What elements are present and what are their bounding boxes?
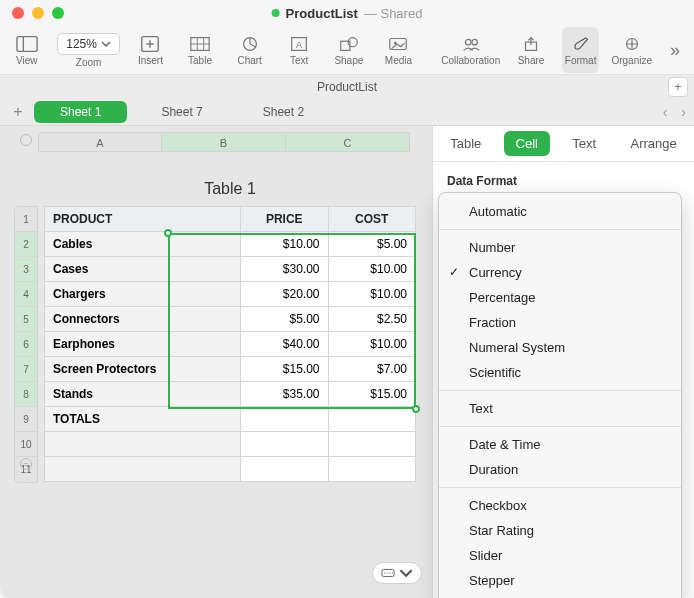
cell-cost[interactable]: $10.00: [328, 282, 415, 307]
col-header-c[interactable]: C: [286, 132, 410, 152]
row-header-6[interactable]: 6: [15, 332, 37, 357]
cell-empty[interactable]: [241, 407, 328, 432]
cell-empty[interactable]: [241, 457, 328, 482]
tab-arrange[interactable]: Arrange: [619, 131, 689, 156]
cell-price[interactable]: $5.00: [241, 307, 328, 332]
cell-cost[interactable]: $10.00: [328, 257, 415, 282]
header-cost[interactable]: COST: [328, 207, 415, 232]
cell-product[interactable]: Stands: [45, 382, 241, 407]
equals-handle-icon[interactable]: =: [20, 458, 32, 470]
fullscreen-window-button[interactable]: [52, 7, 64, 19]
row-header-8[interactable]: 8: [15, 382, 37, 407]
add-sheet-button[interactable]: +: [6, 103, 30, 121]
insert-button[interactable]: Insert: [132, 27, 170, 73]
tab-table[interactable]: Table: [438, 131, 493, 156]
add-tab-button[interactable]: +: [668, 77, 688, 97]
table-row: Earphones$40.00$10.00: [45, 332, 416, 357]
sheet-area[interactable]: A B C 1234567891011 Table 1 PRODUCT PRIC…: [0, 126, 432, 598]
cell-price[interactable]: $10.00: [241, 232, 328, 257]
cell-product[interactable]: Earphones: [45, 332, 241, 357]
cell-empty[interactable]: [45, 432, 241, 457]
format-option-scientific[interactable]: Scientific: [439, 360, 681, 385]
row-header-2[interactable]: 2: [15, 232, 37, 257]
collaboration-button[interactable]: Collaboration: [441, 27, 500, 73]
cell-empty[interactable]: [328, 432, 415, 457]
shape-button[interactable]: Shape: [330, 27, 368, 73]
cell-cost[interactable]: $7.00: [328, 357, 415, 382]
cell-price[interactable]: $35.00: [241, 382, 328, 407]
cell-empty[interactable]: [241, 432, 328, 457]
cell-cost[interactable]: $15.00: [328, 382, 415, 407]
sheet-tab-3[interactable]: Sheet 2: [237, 101, 330, 123]
format-option-number[interactable]: Number: [439, 235, 681, 260]
cell-empty[interactable]: [328, 457, 415, 482]
cell-product[interactable]: Cases: [45, 257, 241, 282]
keyboard-menu[interactable]: [372, 562, 422, 584]
format-option-slider[interactable]: Slider: [439, 543, 681, 568]
col-header-a[interactable]: A: [38, 132, 162, 152]
view-button[interactable]: View: [8, 27, 46, 73]
row-headers: 1234567891011: [14, 206, 38, 483]
close-window-button[interactable]: [12, 7, 24, 19]
format-option-checkbox[interactable]: Checkbox: [439, 493, 681, 518]
table-button[interactable]: Table: [181, 27, 219, 73]
format-option-automatic[interactable]: Automatic: [439, 199, 681, 224]
share-button[interactable]: Share: [512, 27, 550, 73]
row-header-1[interactable]: 1: [15, 207, 37, 232]
col-header-b[interactable]: B: [162, 132, 286, 152]
text-button[interactable]: A Text: [280, 27, 318, 73]
format-option-fraction[interactable]: Fraction: [439, 310, 681, 335]
format-option-duration[interactable]: Duration: [439, 457, 681, 482]
sheet-prev-button[interactable]: ‹: [659, 102, 672, 122]
cell-empty[interactable]: [328, 407, 415, 432]
format-option-percentage[interactable]: Percentage: [439, 285, 681, 310]
header-product[interactable]: PRODUCT: [45, 207, 241, 232]
row-header-4[interactable]: 4: [15, 282, 37, 307]
format-option-numeral-system[interactable]: Numeral System: [439, 335, 681, 360]
cell-price[interactable]: $40.00: [241, 332, 328, 357]
sheet-tabs: + Sheet 1 Sheet 7 Sheet 2 ‹ ›: [0, 98, 694, 126]
sheet-next-button[interactable]: ›: [677, 102, 690, 122]
table-title[interactable]: Table 1: [44, 180, 416, 198]
tab-text[interactable]: Text: [560, 131, 608, 156]
cell-empty[interactable]: [45, 457, 241, 482]
row-header-5[interactable]: 5: [15, 307, 37, 332]
row-header-3[interactable]: 3: [15, 257, 37, 282]
cell-product[interactable]: Cables: [45, 232, 241, 257]
cell-cost[interactable]: $10.00: [328, 332, 415, 357]
cell-price[interactable]: $20.00: [241, 282, 328, 307]
cell-product[interactable]: Screen Protectors: [45, 357, 241, 382]
format-option-currency[interactable]: Currency: [439, 260, 681, 285]
cell-cost[interactable]: $2.50: [328, 307, 415, 332]
sheet-tab-2[interactable]: Sheet 7: [135, 101, 228, 123]
sheet-tab-1[interactable]: Sheet 1: [34, 101, 127, 123]
cell-cost[interactable]: $5.00: [328, 232, 415, 257]
zoom-value: 125%: [66, 37, 97, 51]
cell-totals-label[interactable]: TOTALS: [45, 407, 241, 432]
format-option-star-rating[interactable]: Star Rating: [439, 518, 681, 543]
format-option-text[interactable]: Text: [439, 396, 681, 421]
selection-handle-br[interactable]: [412, 405, 420, 413]
minimize-window-button[interactable]: [32, 7, 44, 19]
header-price[interactable]: PRICE: [241, 207, 328, 232]
cell-product[interactable]: Chargers: [45, 282, 241, 307]
row-header-7[interactable]: 7: [15, 357, 37, 382]
media-button[interactable]: Media: [380, 27, 418, 73]
format-option-stepper[interactable]: Stepper: [439, 568, 681, 593]
origin-handle-icon[interactable]: [20, 134, 32, 146]
chart-button[interactable]: Chart: [231, 27, 269, 73]
format-button[interactable]: Format: [562, 27, 600, 73]
cell-product[interactable]: Connectors: [45, 307, 241, 332]
tab-cell[interactable]: Cell: [504, 131, 550, 156]
format-option-date-time[interactable]: Date & Time: [439, 432, 681, 457]
row-header-10[interactable]: 10: [15, 432, 37, 457]
organize-button[interactable]: Organize: [611, 27, 652, 73]
selection-handle-tl[interactable]: [164, 229, 172, 237]
format-option-pop-up-menu[interactable]: Pop-Up Menu: [439, 593, 681, 598]
spreadsheet-table: PRODUCT PRICE COST Cables$10.00$5.00Case…: [44, 206, 416, 482]
zoom-control[interactable]: 125% Zoom: [58, 27, 120, 73]
overflow-chevron-icon[interactable]: »: [664, 34, 686, 67]
cell-price[interactable]: $15.00: [241, 357, 328, 382]
cell-price[interactable]: $30.00: [241, 257, 328, 282]
row-header-9[interactable]: 9: [15, 407, 37, 432]
